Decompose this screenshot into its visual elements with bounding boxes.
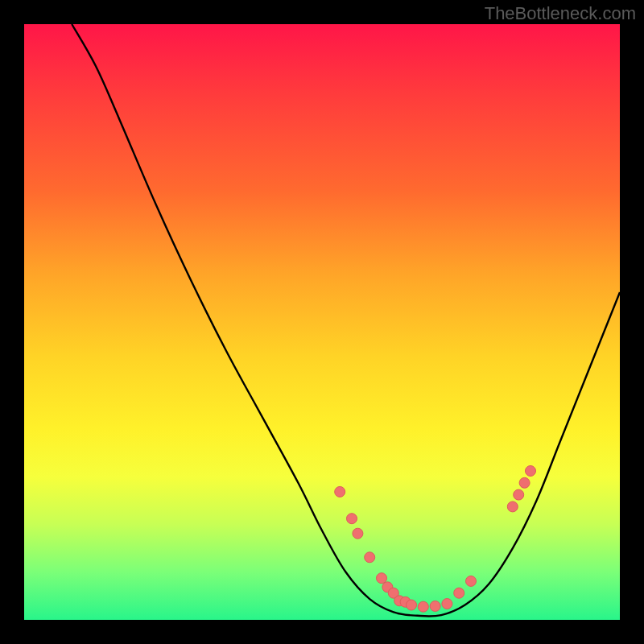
data-point — [335, 486, 345, 497]
data-point — [519, 477, 530, 488]
data-point — [418, 601, 428, 612]
data-point — [353, 528, 363, 539]
chart-plot-area — [24, 24, 620, 620]
data-point — [347, 514, 357, 524]
data-point — [514, 489, 524, 500]
watermark-text: TheBottleneck.com — [485, 3, 636, 24]
chart-data-points — [335, 466, 536, 613]
data-point — [526, 466, 536, 477]
data-point — [365, 552, 375, 563]
data-point — [430, 601, 440, 612]
data-point — [407, 600, 417, 610]
chart-svg — [24, 24, 620, 620]
data-point — [442, 599, 452, 609]
bottleneck-curve — [72, 24, 620, 617]
data-point — [454, 588, 464, 598]
data-point — [507, 502, 518, 512]
data-point — [377, 573, 387, 584]
data-point — [466, 576, 477, 586]
